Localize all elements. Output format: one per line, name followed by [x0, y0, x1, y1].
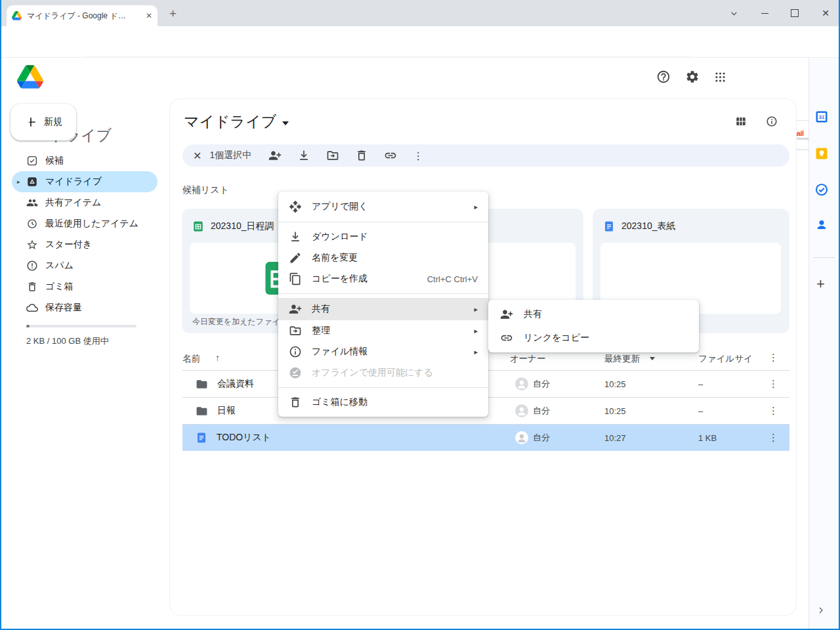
file-row-3-selected[interactable]: TODOリスト 自分 10:27 1 KB ⋮ — [182, 425, 789, 451]
menu-item-label: 共有 — [312, 303, 330, 315]
column-modified[interactable]: 最終更新 — [604, 353, 640, 365]
sidebar-item-recent[interactable]: 最近使用したアイテム — [12, 213, 158, 234]
tab-search-icon[interactable] — [722, 0, 746, 26]
dropdown-caret-icon — [282, 121, 289, 125]
menu-item-make-copy[interactable]: コピーを作成 Ctrl+C Ctrl+V — [278, 268, 488, 289]
menu-item-file-info[interactable]: ファイル情報 ▸ — [278, 341, 488, 362]
sidebar-item-label: スター付き — [45, 239, 92, 251]
browser-toolbar: drive.google.com/drive/my-drive U ⋮ — [0, 26, 840, 58]
get-link-icon[interactable] — [384, 149, 397, 162]
calendar-icon[interactable]: 31 — [815, 110, 828, 123]
docs-file-icon — [196, 432, 207, 444]
rename-pencil-icon — [289, 251, 302, 264]
sort-desc-icon[interactable] — [650, 357, 655, 360]
menu-item-label: オフラインで使用可能にする — [312, 367, 433, 379]
minimize-icon — [761, 13, 768, 14]
share-person-add-icon[interactable] — [268, 149, 282, 162]
sidebar-item-shared[interactable]: 共有アイテム — [12, 192, 158, 213]
column-size[interactable]: ファイルサイ — [698, 353, 753, 365]
menu-item-move-to-trash[interactable]: ゴミ箱に移動 — [278, 392, 488, 413]
page-title[interactable]: マイドライブ — [184, 112, 289, 132]
card-title: 202310_日程調 — [211, 220, 274, 232]
submenu-item-copy-link[interactable]: リンクをコピー — [488, 326, 699, 350]
sidebar-item-spam[interactable]: スパム — [12, 255, 158, 276]
browser-tab[interactable]: マイドライブ - Google ドライブ ✕ — [7, 5, 158, 26]
sidebar-item-storage[interactable]: 保存容量 — [12, 297, 158, 318]
contacts-icon[interactable] — [815, 218, 828, 231]
submenu-item-label: リンクをコピー — [524, 332, 589, 344]
sidebar-item-my-drive[interactable]: ▸ マイドライブ — [12, 171, 158, 192]
file-name: 会議資料 — [217, 378, 254, 390]
suggestions-label: 候補リスト — [182, 184, 229, 196]
submenu-item-share[interactable]: 共有 — [488, 303, 699, 326]
row-more-icon[interactable]: ⋮ — [768, 432, 778, 444]
keep-icon[interactable] — [815, 147, 828, 160]
column-owner[interactable]: オーナー — [510, 353, 546, 365]
row-more-icon[interactable]: ⋮ — [768, 405, 778, 417]
sheets-file-icon — [192, 220, 204, 232]
menu-item-label: 名前を変更 — [312, 252, 358, 264]
folder-icon — [196, 378, 208, 390]
submenu-item-label: 共有 — [524, 308, 542, 320]
file-size: – — [698, 379, 703, 389]
page-title-text: マイドライブ — [184, 112, 276, 132]
more-actions-icon[interactable]: ⋮ — [413, 150, 423, 162]
link-icon — [500, 331, 513, 345]
sidebar-item-suggestions[interactable]: 候補 — [12, 150, 158, 171]
add-panel-app-icon[interactable]: + — [816, 276, 825, 293]
sidebar-item-label: マイドライブ — [45, 176, 102, 188]
maximize-icon — [791, 9, 799, 17]
owner-avatar — [515, 404, 528, 417]
new-tab-button[interactable]: + — [169, 7, 177, 21]
window-maximize-button[interactable] — [782, 0, 807, 26]
hide-panel-chevron-icon[interactable] — [816, 605, 826, 616]
cloud-icon — [26, 302, 38, 314]
sidebar-item-trash[interactable]: ゴミ箱 — [12, 276, 158, 297]
submenu-arrow-icon: ▸ — [474, 348, 478, 356]
menu-item-share[interactable]: 共有 ▸ — [278, 298, 488, 320]
copy-icon — [289, 272, 302, 285]
settings-gear-icon[interactable] — [685, 70, 700, 84]
drive-logo[interactable] — [17, 65, 43, 89]
window-close-button[interactable]: ✕ — [812, 0, 839, 26]
card-caption: 今日変更を加えたファイル — [192, 316, 288, 327]
share-person-add-icon — [289, 303, 302, 316]
menu-item-label: コピーを作成 — [312, 273, 368, 285]
sort-asc-icon[interactable]: ↑ — [215, 352, 220, 363]
svg-text:31: 31 — [819, 114, 824, 120]
tab-close-icon[interactable]: ✕ — [146, 11, 152, 20]
owner-name: 自分 — [533, 378, 550, 390]
share-submenu: 共有 リンクをコピー — [488, 300, 699, 352]
move-to-folder-icon[interactable] — [326, 149, 339, 162]
grid-view-icon[interactable] — [735, 116, 747, 127]
menu-item-open-with[interactable]: アプリで開く ▸ — [278, 196, 488, 218]
menu-item-organize[interactable]: 整理 ▸ — [278, 320, 488, 341]
header-more-icon[interactable]: ⋮ — [768, 352, 778, 364]
delete-icon[interactable] — [355, 149, 368, 162]
details-info-icon[interactable] — [766, 116, 778, 127]
context-menu: アプリで開く ▸ ダウンロード 名前を変更 コピーを作成 Ctrl+C Ctrl… — [278, 192, 488, 417]
apps-grid-icon[interactable] — [714, 71, 726, 83]
browser-titlebar: マイドライブ - Google ドライブ ✕ + ✕ — [0, 0, 840, 26]
sidebar-item-label: 最近使用したアイテム — [45, 218, 138, 230]
menu-item-rename[interactable]: 名前を変更 — [278, 247, 488, 268]
window-minimize-button[interactable] — [752, 0, 777, 26]
sidebar-item-starred[interactable]: スター付き — [12, 234, 158, 255]
menu-shortcut: Ctrl+C Ctrl+V — [427, 274, 478, 284]
clear-selection-icon[interactable]: ✕ — [193, 150, 201, 162]
download-icon — [289, 230, 302, 243]
menu-separator — [278, 293, 488, 294]
modified-time: 10:27 — [604, 433, 626, 443]
row-more-icon[interactable]: ⋮ — [768, 378, 778, 390]
column-name[interactable]: 名前 — [182, 353, 200, 365]
storage-usage-text: 2 KB / 100 GB 使用中 — [26, 335, 109, 347]
download-icon[interactable] — [297, 149, 310, 162]
file-name: TODOリスト — [217, 432, 271, 444]
menu-item-download[interactable]: ダウンロード — [278, 226, 488, 247]
tasks-icon[interactable] — [815, 183, 828, 196]
clock-icon — [26, 218, 38, 230]
help-icon[interactable] — [656, 70, 671, 84]
new-button[interactable]: 新規 — [10, 104, 76, 140]
panel-divider — [814, 257, 835, 258]
expand-arrow-icon[interactable]: ▸ — [17, 178, 20, 185]
